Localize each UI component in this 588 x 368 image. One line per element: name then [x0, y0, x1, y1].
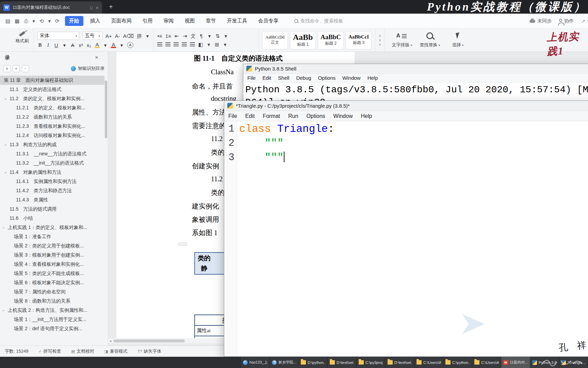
menu-item[interactable]: Help: [361, 113, 372, 119]
taskbar-item-folder-7[interactable]: C:\Users\A...: [472, 357, 501, 368]
taskbar-item-folder-1[interactable]: D:\python...: [299, 357, 328, 368]
line-spacing-icon[interactable]: ⇅: [215, 32, 220, 39]
dropdown-icon[interactable]: ▾: [223, 41, 228, 48]
toc-item[interactable]: ⌄ 11.5 方法的链式调用: [0, 204, 104, 214]
dropdown-icon[interactable]: ▾: [207, 32, 212, 39]
superscript-icon[interactable]: x²: [78, 42, 83, 48]
toc-item[interactable]: ⌄ 11.4.2 类方法和静态方法: [0, 186, 104, 195]
ribbon-tab[interactable]: 会员专享: [254, 16, 283, 26]
editor-code[interactable]: class Triangle: """ """: [237, 121, 588, 356]
taskbar-item-folder-5[interactable]: C:\Users\A...: [414, 357, 443, 368]
menu-item[interactable]: Run: [288, 113, 298, 119]
toc-item[interactable]: ⌄ 场景 3：模板对象用于创建实例...: [0, 250, 104, 260]
spell-check[interactable]: ✓ 拼写检查: [38, 348, 61, 354]
toc-item[interactable]: ⌄ 11.4 对象的属性和方法: [0, 168, 104, 177]
toc-item[interactable]: ⌄ 11.1 定义类的语法格式: [0, 85, 104, 94]
toc-item[interactable]: ⌄ 11.2 类的定义、模板对象和实例...: [0, 94, 104, 103]
ribbon-tab[interactable]: 视图: [181, 16, 199, 26]
chevron-down-icon[interactable]: ⌄: [4, 170, 7, 174]
menu-item[interactable]: Options: [318, 75, 336, 81]
toc-item[interactable]: ⌄ 11.2.4 访问模板对象和实例化...: [0, 131, 104, 140]
distribute-icon[interactable]: [190, 42, 195, 46]
code-line[interactable]: """: [239, 151, 588, 165]
ribbon-tab[interactable]: 章节: [202, 16, 220, 26]
style-card[interactable]: AaBbCcDd 正文: [262, 31, 288, 49]
dropdown-icon[interactable]: ▾: [119, 42, 124, 48]
font-color-icon[interactable]: A: [111, 42, 116, 48]
shrink-font-icon[interactable]: A-: [115, 32, 120, 39]
dropdown-icon[interactable]: ▾: [145, 32, 150, 39]
align-center-icon[interactable]: [165, 42, 170, 46]
style-card[interactable]: AaBbC 标题 2: [318, 31, 344, 49]
tab-close-icon[interactable]: ×: [96, 5, 99, 11]
scroll-down-icon[interactable]: ∨: [379, 39, 381, 42]
number-list-icon[interactable]: 1≡: [165, 32, 171, 39]
chevron-down-icon[interactable]: ⌄: [4, 96, 7, 100]
dropdown-icon[interactable]: ▾: [223, 32, 228, 39]
scrollbar-thumb[interactable]: [113, 339, 185, 342]
menu-item[interactable]: Edit: [262, 75, 271, 81]
bold-icon[interactable]: B: [37, 42, 43, 48]
menu-item[interactable]: Window: [342, 75, 360, 81]
horizontal-scrollbar[interactable]: ◂: [108, 338, 226, 343]
style-card[interactable]: AaBbCcI 标题 3: [346, 31, 372, 49]
toc-item[interactable]: ⌄ 场景 1：准备工作: [0, 232, 104, 241]
toc-item[interactable]: ⌄ 场景 1：__init__方法用于定义实...: [0, 315, 104, 324]
underline-icon[interactable]: U: [54, 42, 59, 48]
toc-item[interactable]: ⌄ 第 11 章 面向对象编程基础知识: [0, 76, 104, 85]
show-marks-icon[interactable]: ¶: [199, 32, 204, 39]
toc-item[interactable]: ⌄ 场景 7：属性的命名空间: [0, 287, 104, 296]
toc-item[interactable]: ⌄ 11.2.3 查看模板对象和实例化...: [0, 122, 104, 131]
dropdown-icon[interactable]: ▾: [48, 18, 51, 24]
taskbar-item-folder-6[interactable]: C:\python...: [443, 357, 472, 368]
outdent-icon[interactable]: ⇤: [174, 32, 179, 39]
find-replace-button[interactable]: 查找替换 ▾: [418, 30, 443, 50]
ribbon-tab[interactable]: 开始: [65, 16, 83, 26]
toc-item[interactable]: ⌄ 11.4.3 类属性: [0, 195, 104, 204]
font-family-select[interactable]: 宋体 ▾: [37, 32, 79, 40]
command-search[interactable]: 查找命令、搜索模板: [294, 18, 343, 24]
expand-icon[interactable]: +: [13, 65, 20, 72]
collapse-icon[interactable]: ∧: [3, 65, 11, 72]
ribbon-tab[interactable]: 开发工具: [223, 16, 251, 26]
select-button[interactable]: 选择 ▾: [445, 30, 471, 50]
highlight-icon[interactable]: A: [95, 42, 100, 48]
smart-toc-button[interactable]: 智能识别目录: [71, 65, 104, 72]
print-icon[interactable]: ⎙: [24, 18, 28, 24]
dropdown-icon[interactable]: ▾: [32, 18, 35, 24]
format-painter-button[interactable]: 格式刷: [12, 30, 33, 44]
ribbon-tab[interactable]: 引用: [138, 16, 157, 26]
toc-scrollbar-thumb[interactable]: [105, 80, 107, 138]
collapse-all-icon[interactable]: −: [22, 65, 29, 72]
clear-format-icon[interactable]: A⌫: [123, 32, 134, 39]
menu-item[interactable]: File: [228, 113, 237, 119]
chevron-down-icon[interactable]: ⌄: [2, 308, 5, 312]
toc-close-icon[interactable]: ×: [95, 54, 98, 61]
doc-proofread[interactable]: ▤ 文档校对: [71, 348, 94, 354]
menu-item[interactable]: Options: [306, 113, 325, 119]
border-icon[interactable]: ⊞: [214, 41, 219, 48]
toc-item[interactable]: ⌄ 11.2.2 函数和方法的关系: [0, 112, 104, 122]
code-line[interactable]: class Triangle:: [239, 122, 588, 136]
more-styles-icon[interactable]: ≡: [379, 43, 381, 46]
toc-scrollbar[interactable]: [105, 76, 107, 343]
dropdown-icon[interactable]: ▾: [206, 41, 211, 48]
typeset-button[interactable]: 文字排版 ▾: [390, 30, 415, 50]
menu-item[interactable]: File: [247, 75, 256, 81]
dropdown-icon[interactable]: ▾: [103, 42, 108, 48]
indent-icon[interactable]: ⇥: [182, 32, 187, 39]
grow-font-icon[interactable]: A+: [105, 32, 112, 39]
italic-icon[interactable]: I: [46, 42, 51, 48]
toc-item[interactable]: ⌄ 11.3 构造方法的构成: [0, 140, 104, 149]
undo-icon[interactable]: ⟲: [39, 18, 44, 24]
toc-item[interactable]: ⌄ 场景 2：def 语句用于定义实例...: [0, 324, 104, 333]
toc-item[interactable]: ⌄ 场景 6：模板对象不能决定实例...: [0, 278, 104, 287]
toc-item[interactable]: ⌄ 场景 2：类的定义用于创建模板...: [0, 241, 104, 250]
style-card[interactable]: AaBb 标题 1: [290, 31, 316, 49]
ribbon-tab[interactable]: 审阅: [160, 16, 178, 26]
taskbar-item-wps-doc[interactable]: 11面向对...: [501, 357, 530, 368]
toc-item[interactable]: ⌄ 11.2.1 类的定义、模板对象和...: [0, 103, 104, 112]
taskbar-item-folder-2[interactable]: D:\test\sel...: [328, 357, 357, 368]
menu-item[interactable]: Format: [263, 113, 280, 119]
share-button[interactable]: ↗ 分享: [581, 18, 588, 24]
